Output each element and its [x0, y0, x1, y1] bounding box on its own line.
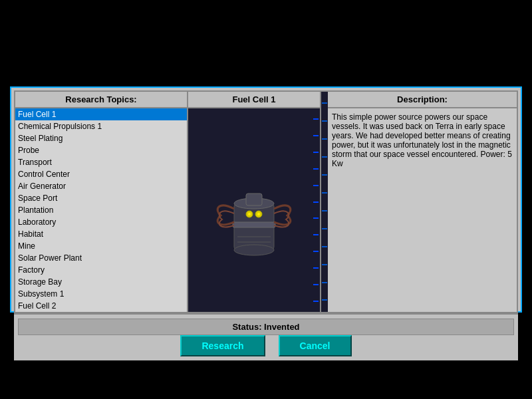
research-button[interactable]: Research: [180, 335, 265, 356]
list-item[interactable]: Steel Plating: [15, 132, 187, 144]
status-bar: Status: Invented: [18, 319, 514, 335]
list-item[interactable]: Mine: [15, 240, 187, 252]
list-item[interactable]: Space Port: [15, 192, 187, 204]
list-item[interactable]: Factory: [15, 264, 187, 276]
research-dialog: Research Topics: Fuel Cell 1Chemical Pro…: [10, 86, 522, 313]
side-lines-decoration: [321, 92, 328, 312]
list-item[interactable]: Laboratory: [15, 216, 187, 228]
svg-point-7: [248, 213, 251, 215]
list-item[interactable]: Probe: [15, 144, 187, 156]
description-text: This simple power source powers our spac…: [328, 108, 517, 312]
svg-point-8: [257, 213, 260, 215]
list-item[interactable]: Fuel Cell 2: [15, 300, 187, 312]
middle-panel: Fuel Cell 1: [188, 92, 321, 312]
list-item[interactable]: Habitat: [15, 228, 187, 240]
right-panel: Description: This simple power source po…: [328, 92, 517, 312]
button-row: Research Cancel: [180, 335, 351, 356]
left-panel: Research Topics: Fuel Cell 1Chemical Pro…: [15, 92, 188, 312]
bottom-area: Status: Invented Research Cancel: [14, 313, 518, 360]
fuel-cell-image: [214, 164, 294, 257]
list-item[interactable]: Subsystem 1: [15, 288, 187, 300]
svg-rect-3: [233, 222, 275, 227]
research-list[interactable]: Fuel Cell 1Chemical Propulsions 1Steel P…: [15, 108, 187, 312]
item-name-header: Fuel Cell 1: [188, 92, 320, 108]
svg-point-2: [234, 245, 274, 255]
svg-rect-4: [246, 194, 262, 205]
list-item[interactable]: Plantation: [15, 204, 187, 216]
list-item[interactable]: Fuel Cell 1: [15, 108, 187, 120]
research-topics-header: Research Topics:: [15, 92, 187, 108]
list-item[interactable]: Control Center: [15, 168, 187, 180]
list-item[interactable]: Transport: [15, 156, 187, 168]
dialog-inner: Research Topics: Fuel Cell 1Chemical Pro…: [14, 90, 518, 313]
list-item[interactable]: Air Generator: [15, 180, 187, 192]
list-item[interactable]: Solar Power Plant: [15, 252, 187, 264]
blue-lines-decoration: [312, 108, 320, 312]
list-item[interactable]: Storage Bay: [15, 276, 187, 288]
description-header: Description:: [328, 92, 517, 108]
list-container: Fuel Cell 1Chemical Propulsions 1Steel P…: [15, 108, 187, 312]
cancel-button[interactable]: Cancel: [279, 335, 352, 356]
list-item[interactable]: Chemical Propulsions 1: [15, 120, 187, 132]
item-preview: [188, 108, 320, 312]
